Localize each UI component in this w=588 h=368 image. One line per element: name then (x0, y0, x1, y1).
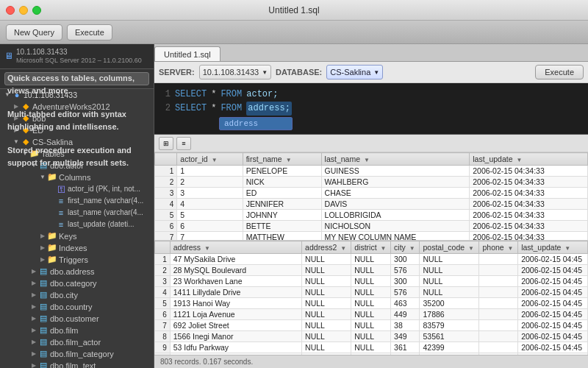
table-cell: 5 (177, 210, 243, 221)
tree-item-cs[interactable]: ▼ ◆ CS-Saklina (0, 136, 154, 148)
table-row[interactable]: 51913 Hanoi WayNULLNULL463352002006-02-1… (155, 298, 588, 309)
tree-label-filmactor: dbo.film_actor (50, 338, 154, 347)
toolbar-execute-button[interactable]: Execute (67, 24, 112, 40)
table-cell: DAVIS (321, 199, 470, 210)
table2-container[interactable]: address ▼ address2 ▼ district ▼ city ▼ p… (154, 241, 588, 355)
tree-label-cs: CS-Saklina (32, 138, 154, 146)
table-row[interactable]: 77MATTHEWMY NEW COLUMN NAME2006-02-15 04… (155, 232, 588, 241)
table-cell (479, 342, 518, 353)
col-header-phone[interactable]: phone ▼ (479, 241, 518, 254)
table1-container[interactable]: actor_id ▼ first_name ▼ last_name ▼ last… (154, 152, 588, 241)
tree-item-address[interactable]: ▶ ▤ dbo.address (0, 266, 154, 277)
table-cell: NULL (420, 276, 479, 287)
col-header-addr-last-update[interactable]: last_update ▼ (518, 241, 588, 254)
table-row[interactable]: 81566 Inegi ManorNULLNULL349535612006-02… (155, 331, 588, 342)
table-cell: 1121 Loja Avenue (170, 309, 301, 320)
col-header-address2[interactable]: address2 ▼ (302, 241, 351, 254)
table-cell (479, 298, 518, 309)
table-row[interactable]: 7692 Joliet StreetNULLNULL38835792006-02… (155, 320, 588, 331)
tab-untitled[interactable]: Untitled 1.sql (154, 46, 220, 61)
table-row[interactable]: 66BETTENICHOLSON2006-02-15 04:34:33 (155, 221, 588, 232)
results-icon-list[interactable]: ≡ (176, 137, 191, 150)
spacer-col3 (47, 208, 56, 217)
tree-item-actor[interactable]: ▼ ▤ dbo.actor (0, 160, 154, 171)
table-row[interactable]: 323 Workhaven LaneNULLNULL300NULL2006-02… (155, 276, 588, 287)
tree-item-tables[interactable]: ▼ 📁 Tables (0, 148, 154, 160)
tree-item-category[interactable]: ▶ ▤ dbo.category (0, 277, 154, 289)
tree-item-col2[interactable]: ≡ first_name (varchar(4... (0, 195, 154, 207)
col-header-address[interactable]: address ▼ (170, 241, 301, 254)
table-row[interactable]: 147 MySakila DriveNULLNULL300NULL2006-02… (155, 254, 588, 265)
table-row[interactable]: 55JOHNNYLOLLOBRIGIDA2006-02-15 04:34:33 (155, 210, 588, 221)
tree-label-triggers: Triggers (59, 255, 154, 264)
db-icon-ed: ◆ (21, 125, 31, 135)
tree-item-country[interactable]: ▶ ▤ dbo.country (0, 301, 154, 313)
table-icon-filmtext: ▤ (38, 361, 49, 368)
tree-item-aw[interactable]: ▶ ◆ AdventureWorks2012 (0, 101, 154, 113)
minimize-button[interactable] (19, 6, 28, 15)
table-cell: 2006-02-15 04:45 (518, 265, 588, 276)
arrow-server: ▼ (3, 91, 12, 99)
tree-item-triggers[interactable]: ▶ 📁 Triggers (0, 254, 154, 266)
table-cell: 7 (177, 232, 243, 241)
tree-item-filmtext[interactable]: ▶ ▤ dbo.film_text (0, 360, 154, 368)
tree-item-col1[interactable]: ⚿ actor_id (PK, int, not... (0, 183, 154, 195)
table-cell: 2006-02-15 04:45 (518, 287, 588, 298)
execute-button[interactable]: Execute (535, 65, 584, 79)
sidebar-tree[interactable]: ▼ ● 10.1.108.31433 ▶ ◆ AdventureWorks201… (0, 89, 154, 368)
actor-table-header: actor_id ▼ first_name ▼ last_name ▼ last… (155, 153, 588, 166)
results-icon-grid[interactable]: ⊞ (159, 137, 173, 150)
col-header-city[interactable]: city ▼ (391, 241, 420, 254)
editor-area[interactable]: 1 SELECT * FROM actor; 2 SELECT * FROM a… (154, 83, 588, 135)
tree-item-indexes[interactable]: ▶ 📁 Indexes (0, 242, 154, 254)
tree-item-filmcat[interactable]: ▶ ▤ dbo.film_category (0, 348, 154, 360)
arrow-city: ▶ (29, 291, 38, 300)
tree-item-columns[interactable]: ▼ 📁 Columns (0, 171, 154, 183)
tree-item-col4[interactable]: ≡ last_update (dateti... (0, 219, 154, 230)
tree-item-city[interactable]: ▶ ▤ dbo.city (0, 289, 154, 301)
table-cell: 2006-02-15 04:45 (518, 276, 588, 287)
table-row[interactable]: 11PENELOPEGUINESS2006-02-15 04:34:33 (155, 166, 588, 177)
server-selector[interactable]: 10.1.108.31433 ▼ (199, 65, 271, 79)
table-row[interactable]: 22NICKWAHLBERG2006-02-15 04:34:33 (155, 177, 588, 188)
col-header-postal[interactable]: postal_code ▼ (420, 241, 479, 254)
tree-item-film[interactable]: ▶ ▤ dbo.film (0, 325, 154, 336)
tree-item-filmactor[interactable]: ▶ ▤ dbo.film_actor (0, 336, 154, 348)
tree-item-bob[interactable]: ▶ ◆ bob (0, 113, 154, 124)
table-row[interactable]: 44JENNIFERDAVIS2006-02-15 04:34:33 (155, 199, 588, 210)
close-button[interactable] (6, 6, 15, 15)
tree-item-server[interactable]: ▼ ● 10.1.108.31433 (0, 89, 154, 101)
table-row[interactable]: 228 MySQL BoulevardNULLNULL576NULL2006-0… (155, 265, 588, 276)
autocomplete-item-address[interactable]: address (220, 118, 292, 130)
table-cell: 576 (391, 265, 420, 276)
col-header-last-update[interactable]: last_update ▼ (470, 153, 588, 166)
col-header-district[interactable]: district ▼ (351, 241, 391, 254)
table-row[interactable]: 41411 Lillydale DriveNULLNULL576NULL2006… (155, 287, 588, 298)
table-cell: 2006-02-15 04:45 (518, 342, 588, 353)
table-row[interactable]: 61121 Loja AvenueNULLNULL449178862006-02… (155, 309, 588, 320)
tree-item-col3[interactable]: ≡ last_name (varchar(4... (0, 207, 154, 219)
db-selector-arrow: ▼ (373, 69, 379, 76)
arrow-cs: ▼ (12, 138, 21, 146)
col-header-last-name[interactable]: last_name ▼ (321, 153, 470, 166)
col-header-actor-id[interactable]: actor_id ▼ (177, 153, 243, 166)
filter-input[interactable] (4, 72, 149, 85)
tree-item-ed[interactable]: ▶ ◆ ED (0, 124, 154, 136)
title-bar: Untitled 1.sql (0, 0, 588, 21)
tree-item-keys[interactable]: ▶ 📁 Keys (0, 230, 154, 242)
col-header-first-name[interactable]: first_name ▼ (243, 153, 321, 166)
db-selector[interactable]: CS-Saklina ▼ (326, 65, 383, 79)
table-cell: 2006-02-15 04:45 (518, 320, 588, 331)
autocomplete-dropdown[interactable]: address (219, 117, 293, 130)
tree-label-actor: dbo.actor (50, 161, 154, 170)
new-query-button[interactable]: New Query (6, 24, 62, 40)
maximize-button[interactable] (32, 6, 41, 15)
row-number: 7 (155, 320, 171, 331)
col-header-addr-rownum (155, 241, 171, 254)
address-table-body: 147 MySakila DriveNULLNULL300NULL2006-02… (155, 254, 588, 355)
arrow-filmcat: ▶ (29, 350, 38, 358)
tree-item-customer[interactable]: ▶ ▤ dbo.customer (0, 313, 154, 325)
table-row[interactable]: 953 Idfu ParkwayNULLNULL361423992006-02-… (155, 342, 588, 353)
row-number: 3 (155, 276, 171, 287)
table-row[interactable]: 33EDCHASE2006-02-15 04:34:33 (155, 188, 588, 199)
